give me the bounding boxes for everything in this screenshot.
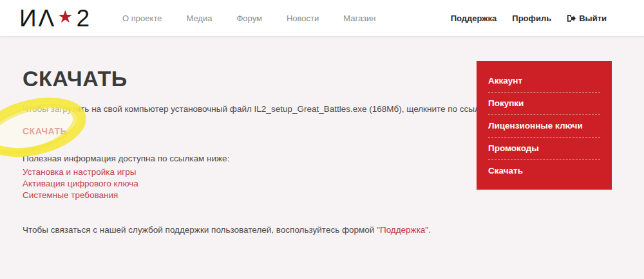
nav-item-support[interactable]: Поддержка bbox=[451, 14, 497, 23]
download-link[interactable]: СКАЧАТЬ bbox=[23, 126, 67, 136]
nav-item-forum[interactable]: Форум bbox=[236, 14, 262, 23]
sign-out-icon bbox=[567, 14, 576, 22]
user-nav: Поддержка Профиль Выйти bbox=[451, 14, 607, 23]
nav-item-news[interactable]: Новости bbox=[287, 14, 319, 23]
star-icon: ★ bbox=[57, 8, 75, 26]
support-form-link[interactable]: "Поддержка" bbox=[377, 225, 428, 235]
nav-item-about[interactable]: О проекте bbox=[122, 14, 162, 23]
logo-text-suffix: 2 bbox=[77, 6, 92, 30]
account-sidebar: Аккаунт Покупки Лицензионные ключи Промо… bbox=[477, 61, 612, 190]
sidebar-item-download[interactable]: Скачать bbox=[488, 160, 600, 182]
link-system-requirements[interactable]: Системные требования bbox=[23, 190, 644, 201]
nav-item-media[interactable]: Медиа bbox=[186, 14, 212, 23]
nav-item-logout[interactable]: Выйти bbox=[567, 14, 607, 23]
sidebar-item-promo-codes[interactable]: Промокоды bbox=[488, 138, 600, 160]
support-text-after: . bbox=[428, 225, 431, 235]
nav-item-profile[interactable]: Профиль bbox=[512, 14, 551, 23]
sidebar-item-account[interactable]: Аккаунт bbox=[488, 70, 600, 93]
logo-text-prefix: ИΛ bbox=[19, 6, 56, 30]
sidebar-item-purchases[interactable]: Покупки bbox=[488, 93, 600, 115]
support-text-before: Чтобы связаться с нашей службой поддержк… bbox=[23, 225, 377, 235]
support-text: Чтобы связаться с нашей службой поддержк… bbox=[23, 224, 644, 236]
main-nav: О проекте Медиа Форум Новости Магазин bbox=[122, 14, 375, 23]
header: ИΛ ★ 2 О проекте Медиа Форум Новости Маг… bbox=[0, 0, 644, 37]
il2-logo[interactable]: ИΛ ★ 2 bbox=[19, 6, 91, 30]
sidebar-item-license-keys[interactable]: Лицензионные ключи bbox=[488, 115, 600, 138]
logout-label: Выйти bbox=[579, 14, 607, 23]
nav-item-store[interactable]: Магазин bbox=[343, 14, 375, 23]
